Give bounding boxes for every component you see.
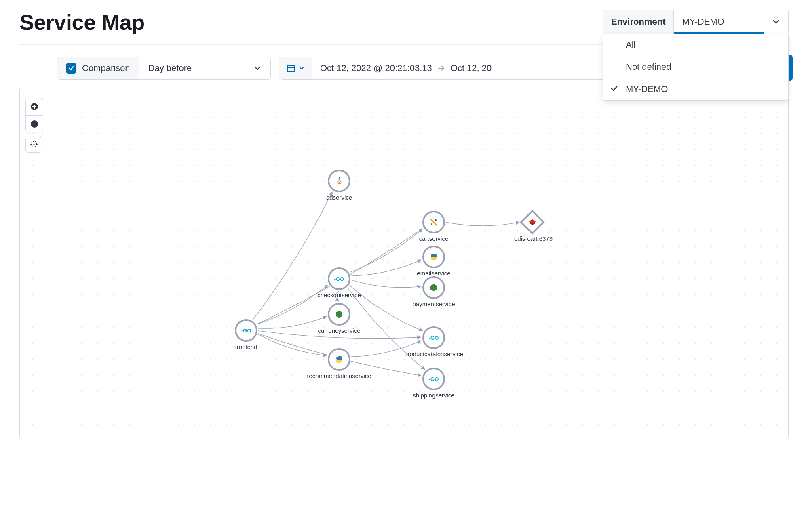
service-node-productcatalogservice[interactable]: -GOproductcatalogservice bbox=[404, 327, 463, 357]
environment-dropdown-menu: All Not defined MY-DEMO bbox=[603, 34, 789, 101]
environment-option-label: MY-DEMO bbox=[626, 84, 668, 95]
environment-selector[interactable]: Environment MY-DEMO All Not defined bbox=[603, 10, 789, 34]
service-node-cartservice[interactable]: cartservice bbox=[419, 212, 449, 242]
date-to: Oct 12, 20 bbox=[451, 63, 492, 74]
go-icon: -GO bbox=[429, 376, 439, 382]
go-icon: -GO bbox=[334, 276, 344, 282]
svg-text:-GO: -GO bbox=[429, 335, 439, 341]
chevron-down-icon bbox=[299, 65, 304, 71]
service-node-label: currencyservice bbox=[318, 327, 360, 334]
comparison-select[interactable]: Day before bbox=[139, 57, 270, 79]
service-node-adservice[interactable]: adservice bbox=[326, 170, 352, 201]
service-node-label: paymentservice bbox=[412, 301, 455, 307]
dotnet-icon bbox=[430, 219, 437, 226]
service-node-shippingservice[interactable]: -GOshippingservice bbox=[413, 368, 454, 399]
graph-edge bbox=[350, 229, 423, 272]
graph-edge bbox=[258, 316, 327, 328]
svg-text:-GO: -GO bbox=[429, 376, 439, 382]
check-icon bbox=[610, 84, 618, 95]
service-node-recommendationservice[interactable]: recommendationservice bbox=[307, 349, 371, 379]
python-icon bbox=[336, 356, 342, 363]
environment-option-not-defined[interactable]: Not defined bbox=[603, 56, 788, 78]
svg-text:-GO: -GO bbox=[334, 276, 344, 282]
environment-value[interactable]: MY-DEMO bbox=[674, 10, 764, 34]
go-icon: -GO bbox=[429, 335, 439, 341]
comparison-label: Comparison bbox=[82, 63, 130, 74]
service-graph[interactable]: -GOfrontendadservice-GOcheckoutservicecu… bbox=[20, 88, 788, 439]
environment-label: Environment bbox=[603, 10, 674, 34]
service-node-label: checkoutservice bbox=[317, 292, 361, 299]
calendar-icon bbox=[287, 64, 295, 73]
svg-point-33 bbox=[431, 223, 432, 225]
environment-option-label: All bbox=[626, 40, 635, 50]
environment-selected-text: MY-DEMO bbox=[682, 17, 724, 27]
date-from: Oct 12, 2022 @ 20:21:03.13 bbox=[320, 63, 432, 74]
svg-point-34 bbox=[435, 219, 437, 221]
environment-option-label: Not defined bbox=[626, 62, 671, 72]
service-node-label: adservice bbox=[326, 194, 352, 201]
service-node-label: cartservice bbox=[419, 235, 449, 242]
text-cursor bbox=[726, 16, 726, 27]
graph-edge bbox=[253, 192, 332, 320]
svg-rect-0 bbox=[287, 65, 295, 72]
service-node-redis-cart[interactable]: redis-cart:6379 bbox=[512, 211, 553, 242]
environment-option-my-demo[interactable]: MY-DEMO bbox=[603, 78, 788, 100]
environment-underline bbox=[674, 32, 764, 34]
service-node-label: shippingservice bbox=[413, 392, 454, 399]
date-picker-button[interactable] bbox=[279, 57, 312, 79]
graph-edge bbox=[446, 222, 519, 226]
check-icon bbox=[68, 65, 74, 71]
service-node-label: emailservice bbox=[417, 270, 450, 277]
service-node-label: redis-cart:6379 bbox=[512, 235, 553, 242]
environment-option-all[interactable]: All bbox=[603, 34, 788, 56]
chevron-down-icon bbox=[253, 64, 262, 72]
environment-caret[interactable] bbox=[764, 10, 788, 34]
service-map-panel[interactable]: -GOfrontendadservice-GOcheckoutservicecu… bbox=[19, 88, 789, 439]
comparison-toggle[interactable]: Comparison bbox=[57, 57, 139, 79]
python-icon bbox=[431, 254, 437, 260]
service-node-checkoutservice[interactable]: -GOcheckoutservice bbox=[317, 268, 361, 299]
arrow-right-icon bbox=[438, 63, 445, 74]
comparison-checkbox[interactable] bbox=[66, 63, 76, 74]
service-node-currencyservice[interactable]: currencyservice bbox=[318, 304, 360, 334]
service-node-label: frontend bbox=[235, 343, 257, 350]
go-icon: -GO bbox=[241, 328, 251, 334]
graph-edge bbox=[351, 280, 421, 288]
service-node-emailservice[interactable]: emailservice bbox=[417, 246, 450, 277]
chevron-down-icon bbox=[772, 18, 780, 26]
service-node-frontend[interactable]: -GOfrontend bbox=[235, 320, 257, 350]
graph-edge bbox=[257, 285, 328, 325]
svg-text:-GO: -GO bbox=[241, 328, 251, 334]
page-title: Service Map bbox=[19, 10, 145, 35]
comparison-value: Day before bbox=[148, 63, 192, 74]
service-node-paymentservice[interactable]: paymentservice bbox=[412, 277, 455, 307]
service-node-label: productcatalogservice bbox=[404, 351, 463, 357]
service-node-label: recommendationservice bbox=[307, 372, 371, 379]
comparison-group: Comparison Day before bbox=[57, 57, 271, 80]
